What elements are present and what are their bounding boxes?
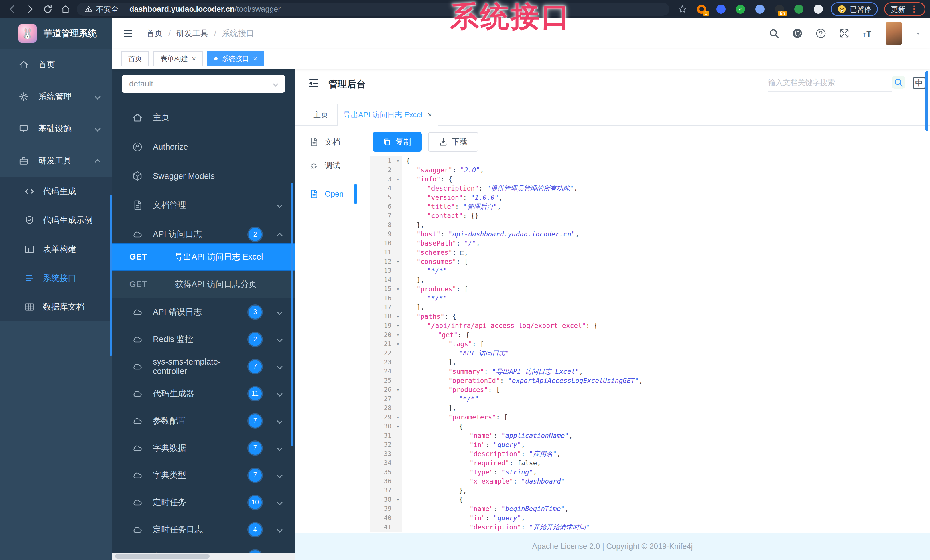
line-number[interactable]: 20▾	[370, 330, 402, 339]
line-number[interactable]: 33	[370, 449, 402, 459]
search-icon[interactable]	[768, 28, 779, 39]
sidebar-item[interactable]: 研发工具	[0, 145, 112, 177]
font-size-icon[interactable]: TT	[862, 28, 873, 39]
rail-item-2[interactable]: Open	[309, 189, 343, 199]
api-group-select[interactable]: default	[122, 75, 285, 93]
fold-icon[interactable]: ▾	[397, 413, 399, 422]
close-icon[interactable]: ×	[253, 55, 257, 63]
sidebar-item[interactable]: 首页	[0, 49, 112, 81]
api-operation-item[interactable]: GET 获得API 访问日志分页	[112, 271, 295, 298]
swagger-menu-item[interactable]: API 错误日志 3	[112, 298, 295, 326]
browser-forward-icon[interactable]	[25, 4, 35, 14]
address-bar[interactable]: 不安全 dashboard.yudao.iocoder.cn/tool/swag…	[77, 3, 670, 16]
swagger-menu-item[interactable]: sys-sms-template-controller 7	[112, 353, 295, 380]
line-number[interactable]: 24	[370, 367, 402, 376]
line-number[interactable]: 2	[370, 166, 402, 175]
line-number[interactable]: 40	[370, 513, 402, 523]
swagger-menu-item[interactable]: 字典类型 7	[112, 462, 295, 489]
swagger-menu-item[interactable]: 主页	[112, 103, 295, 132]
sidebar-collapse-icon[interactable]	[123, 28, 134, 39]
line-number[interactable]: 16	[370, 294, 402, 303]
fold-icon[interactable]: ▾	[397, 321, 399, 330]
language-icon[interactable]: 中	[913, 77, 925, 89]
download-button[interactable]: 下载	[428, 132, 479, 152]
sidebar-scrollbar[interactable]	[110, 195, 112, 356]
doc-search-input[interactable]	[768, 74, 892, 92]
hscrollbar-thumb[interactable]	[115, 554, 209, 558]
line-number[interactable]: 30▾	[370, 422, 402, 431]
swagger-menu-item[interactable]: 文档管理	[112, 190, 295, 220]
swagger-json-editor[interactable]: 1▾ { 2 "swagger": "2.0", 3▾ "info": { 4 …	[370, 156, 925, 533]
line-number[interactable]: 18▾	[370, 312, 402, 321]
fold-icon[interactable]: ▾	[397, 175, 399, 184]
swagger-menu-item[interactable]: Redis 监控 2	[112, 326, 295, 353]
main-scrollbar[interactable]	[925, 71, 928, 131]
line-number[interactable]: 15▾	[370, 284, 402, 294]
fold-icon[interactable]: ▾	[397, 312, 399, 321]
line-number[interactable]: 41	[370, 523, 402, 532]
menu-fold-icon[interactable]	[308, 77, 320, 89]
line-number[interactable]: 31	[370, 431, 402, 440]
rail-item-1[interactable]: 调试	[309, 160, 340, 170]
fold-icon[interactable]: ▾	[397, 495, 399, 504]
line-number[interactable]: 6	[370, 202, 402, 211]
app-logo[interactable]: 🐰 芋道管理系统	[0, 18, 112, 49]
line-number[interactable]: 26▾	[370, 385, 402, 394]
line-number[interactable]: 12▾	[370, 257, 402, 266]
browser-extension-icon[interactable]	[715, 3, 727, 15]
line-number[interactable]: 11	[370, 248, 402, 257]
line-number[interactable]: 34	[370, 459, 402, 468]
fold-icon[interactable]: ▾	[397, 385, 399, 394]
close-icon[interactable]: ×	[428, 110, 432, 119]
chrome-update-button[interactable]: 更新 ⋮	[884, 2, 925, 16]
close-icon[interactable]: ×	[192, 55, 196, 63]
fold-icon[interactable]: ▾	[397, 156, 399, 166]
line-number[interactable]: 23	[370, 358, 402, 367]
line-number[interactable]: 36	[370, 477, 402, 486]
sidebar-subitem[interactable]: 系统接口	[0, 264, 112, 293]
sidebar-subitem[interactable]: 代码生成	[0, 177, 112, 206]
line-number[interactable]: 14	[370, 275, 402, 284]
extension-paused-pill[interactable]: 已暂停	[831, 2, 878, 16]
bookmark-star-icon[interactable]	[678, 5, 687, 14]
sidebar-subitem[interactable]: 表单构建	[0, 235, 112, 264]
fold-icon[interactable]: ▾	[397, 257, 399, 266]
line-number[interactable]: 39	[370, 504, 402, 513]
line-number[interactable]: 17	[370, 303, 402, 312]
document-tab[interactable]: 导出API 访问日志 Excel ×	[337, 104, 438, 126]
swagger-menu-item[interactable]: Authorize	[112, 132, 295, 161]
browser-extension-icon[interactable]	[812, 3, 824, 15]
swagger-menu-item[interactable]: Swagger Models	[112, 161, 295, 190]
swagger-menu-item[interactable]: 字典数据 7	[112, 434, 295, 462]
breadcrumb-item[interactable]: 首页	[146, 28, 163, 39]
line-number[interactable]: 4	[370, 184, 402, 193]
line-number[interactable]: 5	[370, 193, 402, 202]
fold-icon[interactable]: ▾	[397, 422, 399, 431]
line-number[interactable]: 22	[370, 348, 402, 358]
document-tab[interactable]: 主页	[303, 104, 338, 126]
line-number[interactable]: 3▾	[370, 175, 402, 184]
fullscreen-icon[interactable]	[839, 28, 850, 39]
doc-search-icon[interactable]	[892, 76, 905, 89]
browser-extension-icon[interactable]: 1	[696, 3, 708, 15]
sidebar-subitem[interactable]: 代码生成示例	[0, 206, 112, 235]
fold-icon[interactable]: ▾	[397, 330, 399, 339]
tag-tab[interactable]: 表单构建 ×	[154, 51, 203, 66]
tag-tab[interactable]: 首页	[122, 51, 149, 66]
fold-icon[interactable]: ▾	[397, 339, 399, 348]
swagger-menu-item[interactable]: 代码生成器 11	[112, 380, 295, 407]
line-number[interactable]: 9	[370, 230, 402, 239]
line-number[interactable]: 25	[370, 376, 402, 385]
line-number[interactable]: 21▾	[370, 339, 402, 348]
swagger-menu-item[interactable]: 定时任务 10	[112, 489, 295, 516]
browser-extension-icon[interactable]: ✓	[734, 3, 747, 15]
browser-menu-icon[interactable]: ⋮	[910, 4, 919, 15]
browser-home-icon[interactable]	[61, 4, 71, 14]
line-number[interactable]: 13	[370, 266, 402, 275]
line-number[interactable]: 27	[370, 394, 402, 404]
browser-reload-icon[interactable]	[43, 4, 53, 14]
fold-icon[interactable]: ▾	[397, 284, 399, 294]
swagger-sidebar-scrollbar[interactable]	[291, 183, 293, 446]
breadcrumb-item[interactable]: 研发工具	[176, 28, 208, 39]
copy-button[interactable]: 复制	[373, 132, 422, 152]
